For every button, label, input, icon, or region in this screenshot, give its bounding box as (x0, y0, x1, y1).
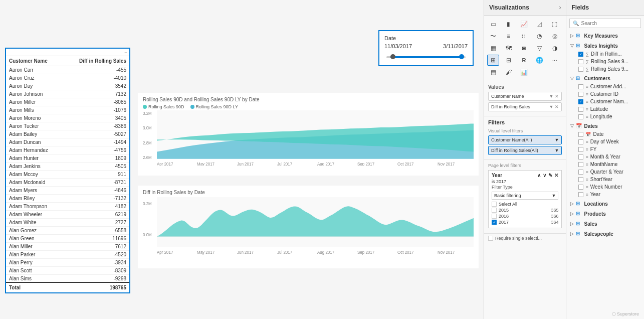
checkbox-2017-box[interactable]: ✓ (492, 220, 497, 225)
viz-scatter-icon[interactable]: ∷ (518, 31, 530, 42)
viz-donut-icon[interactable]: ◎ (549, 31, 561, 42)
checkbox-select-all[interactable]: Select All (492, 202, 558, 207)
slider-thumb-right[interactable] (459, 54, 464, 59)
field-rolling-90d-ly[interactable]: ∑ Rolling Sales 9... (574, 65, 644, 73)
field-rolling-90d[interactable]: ∑ Rolling Sales 9... (574, 58, 644, 65)
require-single-checkbox[interactable] (488, 236, 493, 241)
viz-filled-map-icon[interactable]: ◙ (518, 43, 530, 54)
viz-line-chart-icon[interactable]: 📈 (518, 19, 530, 30)
viz-bar-chart-icon[interactable]: ▭ (487, 19, 499, 30)
field-year[interactable]: ≡ Year (574, 191, 644, 198)
field-wn-checkbox[interactable] (578, 185, 583, 190)
field-monthname[interactable]: ≡ MonthName (574, 161, 644, 168)
field-month-year[interactable]: ≡ Month & Year (574, 153, 644, 161)
group-customers-expand[interactable]: ▽ (570, 76, 574, 81)
group-sales-insights-header[interactable]: ▽ ⊞ Sales Insights (566, 41, 644, 50)
field-remove-icon[interactable]: ✕ (555, 94, 559, 99)
field-customer-add-checkbox[interactable] (578, 84, 583, 89)
field-customer-id[interactable]: ≡ Customer ID (574, 90, 644, 98)
group-customers-header[interactable]: ▽ ⊞ Customers (566, 74, 644, 83)
field-sy-checkbox[interactable] (578, 177, 583, 182)
viz-r-icon[interactable]: R (518, 55, 530, 66)
checkbox-2015-box[interactable] (492, 208, 497, 213)
viz-matrix-icon[interactable]: ⊟ (503, 55, 515, 66)
field-diff-rolling-checkbox[interactable]: ✓ (578, 52, 583, 57)
field-day-of-week[interactable]: ≡ Day of Week (574, 138, 644, 145)
date-from[interactable]: 11/03/2017 (384, 43, 412, 49)
field-rolling-90d-ly-checkbox[interactable] (578, 67, 583, 72)
filter-diff-rolling[interactable]: Diff in Rolling Sales(All) ▼ (488, 146, 562, 155)
viz-combo-chart-icon[interactable]: ⬚ (549, 19, 561, 30)
group-key-measures-expand[interactable]: ▷ (570, 33, 574, 38)
field-dow-checkbox[interactable] (578, 139, 583, 144)
viz-panel-expand-icon[interactable]: › (559, 4, 561, 11)
field-week-number[interactable]: ≡ Week Number (574, 183, 644, 191)
field-longitude-checkbox[interactable] (578, 114, 583, 119)
table-body[interactable]: Aaron Carr-455 Aaron Cruz-4010 Aaron Day… (6, 66, 129, 282)
fields-search-box[interactable]: 🔍 (569, 19, 641, 28)
field-date[interactable]: 📅 Date (574, 130, 644, 138)
filter-type-select[interactable]: Basic filtering ▼ (492, 192, 558, 200)
fields-search-input[interactable] (581, 21, 637, 26)
date-to[interactable]: 3/11/2017 (443, 43, 468, 49)
year-expand2-icon[interactable]: ∨ (543, 173, 546, 178)
group-products-expand[interactable]: ▷ (570, 211, 574, 216)
filter-customer-name[interactable]: Customer Name(All) ▼ (488, 135, 562, 144)
date-slider[interactable] (386, 53, 466, 61)
field-mn-checkbox[interactable] (578, 162, 583, 167)
viz-analytics-icon[interactable]: 📊 (518, 67, 530, 78)
field-year-checkbox[interactable] (578, 192, 583, 197)
field-remove-icon-2[interactable]: ✕ (555, 104, 559, 109)
field-customer-id-checkbox[interactable] (578, 92, 583, 97)
year-pencil-icon[interactable]: ✎ (548, 173, 552, 178)
group-salespeople-header[interactable]: ▷ ⊞ Salespeople (566, 229, 644, 238)
field-pill-diff-rolling[interactable]: Diff in Rolling Sales ▼ ✕ (488, 102, 562, 111)
checkbox-2015[interactable]: 2015 365 (492, 208, 558, 213)
viz-table-icon[interactable]: ⊞ (487, 55, 499, 66)
checkbox-2016-box[interactable] (492, 214, 497, 219)
field-qy-checkbox[interactable] (578, 170, 583, 175)
group-locations-expand[interactable]: ▷ (570, 201, 574, 206)
field-rolling-90d-checkbox[interactable] (578, 59, 583, 64)
year-expand-icon[interactable]: ∧ (537, 173, 541, 178)
checkbox-select-all-box[interactable] (492, 202, 497, 207)
field-latitude-checkbox[interactable] (578, 107, 583, 112)
field-pill-customer-name[interactable]: Customer Name ▼ ✕ (488, 92, 562, 101)
group-sales-insights-expand[interactable]: ▽ (570, 43, 574, 48)
filter-diff-expand-icon[interactable]: ▼ (555, 148, 559, 153)
group-sales-expand[interactable]: ▷ (570, 221, 574, 226)
viz-format-icon[interactable]: 🖌 (503, 67, 515, 78)
viz-column-chart-icon[interactable]: ▮ (503, 19, 515, 30)
group-locations-header[interactable]: ▷ ⊞ Locations (566, 199, 644, 208)
group-sales-header[interactable]: ▷ ⊞ Sales (566, 219, 644, 228)
group-products-header[interactable]: ▷ ⊞ Products (566, 209, 644, 218)
field-customer-name-checkbox[interactable]: ✓ (578, 99, 583, 104)
group-dates-header[interactable]: ▽ 📅 Dates (566, 121, 644, 130)
field-my-checkbox[interactable] (578, 154, 583, 160)
group-salespeople-expand[interactable]: ▷ (570, 231, 574, 236)
field-date-checkbox[interactable] (578, 132, 583, 137)
viz-globe-icon[interactable]: 🌐 (533, 55, 545, 66)
field-dropdown-icon-2[interactable]: ▼ (549, 104, 554, 109)
checkbox-2017[interactable]: ✓ 2017 364 (492, 220, 558, 225)
field-latitude[interactable]: ≡ Latitude (574, 105, 644, 113)
viz-ribbon-icon[interactable]: 〜 (487, 31, 499, 42)
field-fy-checkbox[interactable] (578, 147, 583, 152)
viz-area-chart-icon[interactable]: ◿ (533, 19, 545, 30)
viz-funnel-icon[interactable]: ▽ (533, 43, 545, 54)
viz-waterfall-icon[interactable]: ≡ (503, 31, 515, 42)
year-close-icon[interactable]: ✕ (554, 173, 558, 178)
field-shortyear[interactable]: ≡ ShortYear (574, 176, 644, 183)
field-quarter-year[interactable]: ≡ Quarter & Year (574, 168, 644, 176)
slider-thumb-left[interactable] (390, 54, 395, 59)
viz-map-icon[interactable]: 🗺 (503, 43, 515, 54)
viz-gauge-icon[interactable]: ◑ (549, 43, 561, 54)
field-fy[interactable]: ≡ FY (574, 145, 644, 153)
field-dropdown-icon[interactable]: ▼ (549, 94, 554, 99)
field-customer-add[interactable]: ≡ Customer Add... (574, 83, 644, 90)
group-dates-expand[interactable]: ▽ (570, 123, 574, 128)
filter-expand-icon[interactable]: ▼ (555, 137, 559, 142)
viz-treemap-icon[interactable]: ▦ (487, 43, 499, 54)
field-diff-rolling[interactable]: ✓ ∑ Diff in Rollin... (574, 50, 644, 58)
viz-more-icon[interactable]: ··· (549, 55, 561, 66)
